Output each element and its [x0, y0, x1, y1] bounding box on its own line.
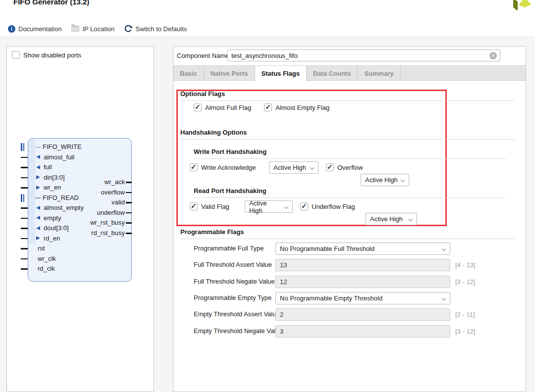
port-overflow: overflow [70, 188, 132, 197]
port-stub [21, 207, 28, 209]
checkbox-icon [300, 202, 308, 210]
range-hint: [2 - 11] [455, 311, 475, 318]
value: No Programmable Empty Threshold [280, 294, 382, 302]
port-label: rst [38, 244, 45, 253]
checkbox-icon [326, 163, 334, 171]
programmable-full-type-select[interactable]: No Programmable Full Threshold [275, 243, 450, 255]
group-label: FIFO_WRITE [43, 142, 82, 152]
port-wr_rst_busy: wr_rst_busy [70, 218, 132, 228]
port-direction-icon [36, 155, 40, 159]
xilinx-logo [509, 0, 534, 13]
interface-icon [21, 194, 25, 202]
documentation-label: Documentation [18, 25, 61, 33]
range-hint: [3 - 12] [455, 278, 475, 286]
port-label: dout[3:0] [44, 223, 69, 233]
overflow-select[interactable]: Active High [361, 174, 409, 186]
port-label: valid [70, 197, 125, 207]
port-label: underflow [70, 208, 125, 218]
documentation-button[interactable]: Documentation [8, 25, 61, 33]
empty-threshold-negate-value-input: 3 [275, 325, 450, 338]
valid-flag-value: Active High [249, 199, 281, 214]
port-stub [126, 212, 132, 214]
almost-empty-flag-label: Almost Empty Flag [275, 104, 329, 111]
component-name-input[interactable]: test_asynchronous_fifo [227, 49, 500, 61]
tab-native-ports[interactable]: Native Ports [204, 66, 255, 81]
tab-bar: BasicNative PortsStatus FlagsData Counts… [173, 65, 526, 81]
chevron-down-icon [284, 204, 288, 209]
interface-group-fifo_write: FIFO_WRITE [21, 142, 132, 152]
port-stub [21, 167, 28, 168]
programmable-row: Full Threshold Assert Value13[4 - 13] [173, 259, 526, 271]
value: 3 [280, 328, 283, 335]
chevron-down-icon [310, 165, 314, 170]
underflow-flag-label: Underflow Flag [312, 203, 355, 210]
valid-flag-label: Valid Flag [201, 203, 229, 210]
write-acknowledge-checkbox[interactable]: Write Acknowledge [190, 163, 256, 171]
port-rst: rst [21, 244, 132, 253]
port-stub [126, 182, 132, 183]
tab-basic[interactable]: Basic [173, 66, 204, 81]
port-label: full [44, 162, 52, 172]
value: 2 [280, 311, 283, 318]
almost-full-flag-checkbox[interactable]: Almost Full Flag [194, 103, 251, 111]
tab-status-flags[interactable]: Status Flags [255, 66, 307, 81]
underflow-flag-select[interactable]: Active High [366, 213, 417, 225]
port-rd_clk: rd_clk [21, 264, 132, 274]
clear-icon[interactable] [489, 52, 497, 59]
port-direction-icon [36, 236, 40, 240]
window-header: FIFO Generator (13.2) Documentation IP L… [0, 0, 535, 37]
port-stub [21, 177, 28, 179]
port-label: wr_rst_busy [70, 218, 125, 228]
write-acknowledge-select[interactable]: Active High [269, 161, 319, 174]
tab-data-counts[interactable]: Data Counts [307, 66, 358, 81]
empty-threshold-assert-value-input: 2 [275, 308, 450, 321]
ip-symbol-panel: Show disabled ports FIFO_WRITEalmost_ful… [6, 46, 154, 392]
programmable-flags-title: Programmable Flags [180, 228, 515, 239]
full-threshold-negate-value-input: 12 [275, 276, 450, 288]
component-name-label: Component Name [177, 52, 229, 59]
port-almost_full: almost_full [21, 152, 132, 162]
port-stub [126, 192, 132, 194]
port-stub [21, 268, 28, 270]
programmable-empty-type-select[interactable]: No Programmable Empty Threshold [275, 292, 450, 304]
programmable-row: Programmable Empty TypeNo Programmable E… [173, 292, 526, 304]
ip-block-diagram[interactable]: FIFO_WRITEalmost_fullfulldin[3:0]wr_enFI… [7, 47, 154, 392]
port-underflow: underflow [70, 208, 132, 218]
folder-icon [71, 26, 79, 32]
port-stub [21, 228, 28, 229]
write-acknowledge-label: Write Acknowledge [201, 164, 256, 171]
read-port-handshaking-title: Read Port Handshaking [194, 187, 506, 198]
programmable-empty-type-label: Programmable Empty Type [194, 294, 271, 301]
empty-threshold-negate-value-label: Empty Threshold Negate Value [194, 327, 282, 335]
port-direction-icon [36, 226, 40, 230]
port-label: wr_en [44, 183, 61, 193]
ip-config-panel: Component Name test_asynchronous_fifo Ba… [173, 46, 526, 392]
tab-summary[interactable]: Summary [358, 66, 400, 81]
port-direction-icon [36, 206, 40, 210]
valid-flag-select[interactable]: Active High [245, 200, 293, 213]
port-label: din[3:0] [44, 173, 65, 183]
port-wr_ack: wr_ack [70, 177, 132, 187]
toolbar: Documentation IP Location Switch to Defa… [8, 23, 187, 34]
port-direction-icon [36, 186, 40, 190]
group-dash [35, 147, 41, 148]
port-stub [21, 248, 28, 249]
almost-empty-flag-checkbox[interactable]: Almost Empty Flag [264, 103, 329, 111]
programmable-row: Empty Threshold Negate Value3[3 - 12] [173, 325, 526, 338]
underflow-flag-checkbox[interactable]: Underflow Flag [300, 202, 355, 210]
switch-to-defaults-button[interactable]: Switch to Defaults [124, 25, 187, 33]
switch-to-defaults-label: Switch to Defaults [135, 25, 187, 33]
port-stub [21, 157, 28, 158]
overflow-checkbox[interactable]: Overflow [326, 163, 363, 171]
port-stub [21, 258, 28, 260]
port-rd_rst_busy: rd_rst_busy [70, 228, 132, 238]
port-stub [21, 238, 28, 240]
port-label: rd_en [44, 234, 60, 244]
full-threshold-assert-value-input: 13 [275, 259, 450, 271]
ip-location-button[interactable]: IP Location [71, 25, 114, 33]
write-acknowledge-value: Active High [273, 164, 306, 171]
checkbox-icon [264, 103, 272, 111]
valid-flag-checkbox[interactable]: Valid Flag [190, 202, 229, 210]
chevron-down-icon [400, 178, 405, 182]
info-icon [8, 25, 15, 33]
